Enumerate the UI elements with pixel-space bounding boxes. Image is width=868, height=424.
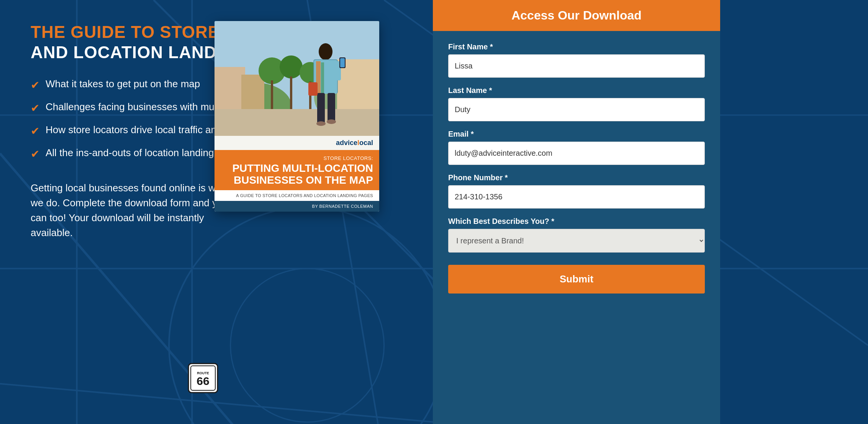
svg-point-27 [319,43,332,60]
first-name-label: First Name * [448,42,705,51]
book-author: BY BERNADETTE COLEMAN [221,204,373,209]
book-white-band: A GUIDE TO STORE LOCATORS AND LOCATION L… [215,190,379,201]
right-panel: Access Our Download First Name * Last Na… [433,0,720,424]
first-name-input[interactable] [448,54,705,78]
svg-point-34 [316,121,326,126]
checkmark-icon: ✔ [31,101,39,116]
form-header-title: Access Our Download [444,8,709,23]
book-image: advicelocal STORE LOCATORS: PUTTING MULT… [215,21,379,212]
book-container: advicelocal STORE LOCATORS: PUTTING MULT… [215,21,379,212]
book-photo [215,21,379,136]
svg-point-35 [327,119,336,124]
form-body: First Name * Last Name * Email * Phone N… [433,31,720,424]
svg-rect-39 [308,82,318,96]
checkmark-icon: ✔ [31,147,39,161]
book-brand-bar: advicelocal [215,136,379,150]
describe-select[interactable]: I represent a Brand! I represent an Agen… [448,229,705,253]
checkmark-icon: ✔ [31,78,39,93]
book-subtitle: STORE LOCATORS: [221,155,373,161]
svg-text:66: 66 [197,375,209,387]
book-orange-band: STORE LOCATORS: PUTTING MULTI-LOCATION B… [215,150,379,190]
book-title: PUTTING MULTI-LOCATION BUSINESSES ON THE… [221,163,373,186]
svg-rect-24 [271,80,273,109]
describe-label: Which Best Describes You? * [448,217,705,226]
brand-text: advicelocal [336,139,373,147]
description-text: Getting local businesses found online is… [31,181,241,240]
svg-rect-31 [321,62,324,94]
book-author-band: BY BERNADETTE COLEMAN [215,201,379,212]
describe-group: Which Best Describes You? * I represent … [448,217,705,253]
submit-button[interactable]: Submit [448,265,705,294]
form-header: Access Our Download [433,0,720,31]
svg-rect-32 [317,93,325,124]
svg-rect-38 [340,58,345,67]
svg-rect-33 [328,93,335,122]
route-66-badge: ROUTE 66 [188,363,218,393]
phone-label: Phone Number * [448,173,705,182]
svg-rect-20 [215,109,379,136]
svg-point-22 [280,55,303,78]
email-group: Email * [448,130,705,165]
svg-rect-25 [290,77,292,109]
last-name-input[interactable] [448,98,705,121]
book-tagline: A GUIDE TO STORE LOCATORS AND LOCATION L… [221,193,373,198]
email-label: Email * [448,130,705,139]
bullet-text: All the ins-and-outs of location landing… [46,146,244,160]
checkmark-icon: ✔ [31,124,39,139]
bullet-text: What it takes to get put on the map [46,77,200,91]
page-wrapper: THE GUIDE TO STORE LOCATORS AND LOCATION… [0,0,868,424]
phone-input[interactable] [448,185,705,209]
first-name-group: First Name * [448,42,705,78]
last-name-group: Last Name * [448,86,705,121]
last-name-label: Last Name * [448,86,705,95]
phone-group: Phone Number * [448,173,705,209]
email-input[interactable] [448,142,705,165]
